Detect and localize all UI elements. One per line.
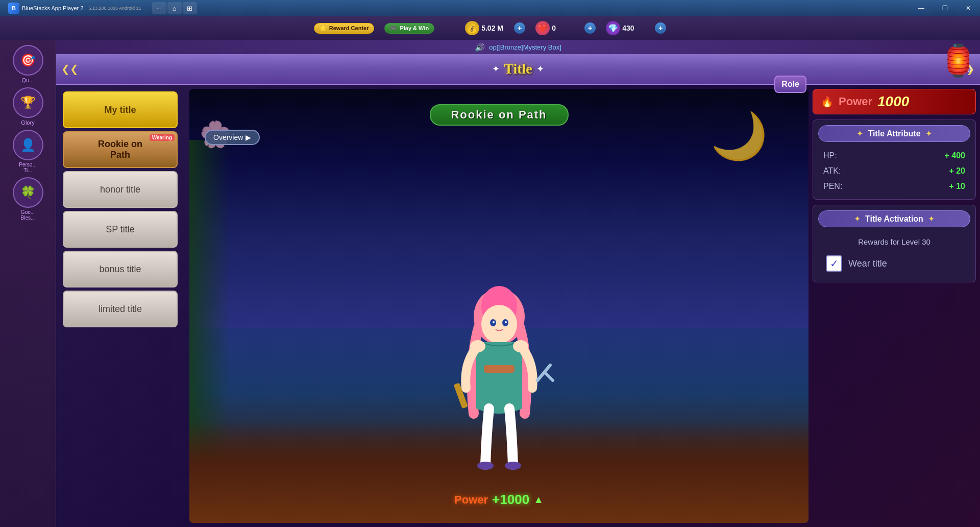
power-label: Power [454,493,488,507]
preview-background: 🌙 🌸 Rookie on Path Overview ▶ [189,89,808,523]
right-panel: 🔥 Power 1000 ✦ Title Attribute ✦ HP: + 4… [813,89,976,523]
activation-star-left: ✦ [854,214,861,223]
star-left-icon: ✦ [492,63,500,75]
page-title: Title [504,61,532,77]
wear-title-checkbox[interactable]: ✓ [826,255,842,272]
star-right-icon: ✦ [536,63,544,75]
hp-row: HP: + 400 [818,148,970,163]
nav-back[interactable]: ← [152,2,166,14]
list-item-rookie[interactable]: Wearing Rookie onPath [63,131,178,168]
music-icon: 🔊 [475,42,485,52]
list-item-honor[interactable]: honor title [63,171,178,208]
sidebar-item-blessings[interactable]: 🍀 Goo...Bles... [8,177,48,221]
svg-point-5 [493,321,495,323]
gold-amount: 5.02 M [481,24,512,32]
list-item-bonus[interactable]: bonus title [63,251,178,288]
fire-icon: 🔥 [821,95,834,108]
left-sidebar: 🎯 Qu... 🏆 Glory 👤 Perso...Ti... 🍀 Goo...… [0,40,56,527]
character-title-overlay: Rookie on Path [429,104,568,126]
nav-home[interactable]: ⌂ [167,2,182,14]
music-bar: 🔊 op[[Bronze]Mystery Box] [56,40,980,54]
character-icon: 🎯 [13,45,43,76]
blessings-icon: 🍀 [13,177,43,208]
currency-heart-group: ❤️ 0 + [535,21,596,35]
overview-arrow-icon: ▶ [246,133,251,141]
list-item-sp[interactable]: SP title [63,211,178,248]
moon-decoration: 🌙 [710,109,768,163]
svg-rect-7 [484,365,514,373]
persona-icon: 👤 [13,130,43,160]
svg-point-6 [505,321,507,323]
app-logo: B BlueStacks App Player 2 5.13.200.1026 … [4,3,145,14]
sidebar-item-character[interactable]: 🎯 Qu... [8,45,48,83]
list-item-my-title[interactable]: My title [63,91,178,128]
lantern-decoration: 🏮 [939,42,977,79]
svg-point-12 [505,462,521,470]
pen-row: PEN: + 10 [818,179,970,194]
gem-amount: 430 [622,24,653,32]
pen-value: + 10 [949,182,965,191]
gem-icon: 💎 [606,21,620,35]
attr-star-left: ✦ [856,129,863,138]
minimize-button[interactable]: — [910,0,933,16]
sidebar-item-glory[interactable]: 🏆 Glory [8,87,48,126]
atk-label: ATK: [823,166,841,176]
gem-plus-button[interactable]: + [655,22,666,34]
currency-gold-group: 💰 5.02 M + [465,21,525,35]
reward-center-button[interactable]: ⭐ Reward Center [314,23,375,34]
sidebar-label-persona: Perso...Ti... [19,162,36,173]
title-header: ❮❮ ✦ Title ✦ ❯❯ ⚙ [56,54,980,85]
restore-button[interactable]: ❐ [933,0,957,16]
main-content: My title Wearing Rookie onPath honor tit… [56,85,980,527]
wearing-badge: Wearing [150,134,175,141]
overview-button[interactable]: Overview ▶ [205,130,260,145]
rewards-text: Rewards for Level 30 [818,233,970,250]
play-win-button[interactable]: 🎮 Play & Win [384,23,434,34]
hp-label: HP: [823,151,837,160]
svg-point-2 [481,305,517,344]
wear-title-label: Wear title [848,258,887,269]
arrow-left[interactable]: ❮❮ [61,63,79,75]
rookie-label: Rookie onPath [98,139,142,160]
role-button[interactable]: Role [774,76,806,93]
attr-header-text: Title Attribute [868,129,920,138]
title-panel: 🔊 op[[Bronze]Mystery Box] ❮❮ ✦ Title ✦ ❯… [56,40,980,527]
glory-icon: 🏆 [13,87,43,118]
power-arrow-icon: ▲ [533,494,544,506]
wear-title-row: ✓ Wear title [818,250,970,277]
play-icon: 🎮 [390,25,397,32]
title-bar: B BlueStacks App Player 2 5.13.200.1026 … [0,0,980,16]
close-button[interactable]: ✕ [957,0,980,16]
character-figure [438,286,560,472]
left-arrows: ❮❮ [61,63,79,75]
power-header-value: 1000 [877,93,909,110]
sidebar-label-glory: Glory [21,119,34,126]
character-preview: 🌙 🌸 Rookie on Path Overview ▶ [189,89,808,523]
reward-center-label: Reward Center [329,25,369,31]
power-boost-value: +1000 [492,492,529,508]
play-win-label: Play & Win [400,25,429,31]
nav-buttons: ← ⌂ ⊞ [150,2,200,14]
power-header-label: Power [839,95,872,108]
overview-label: Overview [213,133,243,141]
title-activation-section: ✦ Title Activation ✦ Rewards for Level 3… [813,205,976,282]
atk-value: + 20 [949,166,965,176]
title-activation-header: ✦ Title Activation ✦ [818,210,970,227]
sidebar-label-character: Qu... [22,77,34,83]
my-title-label: My title [104,105,136,115]
nav-window[interactable]: ⊞ [183,2,197,14]
heart-amount: 0 [552,24,582,32]
heart-icon: ❤️ [535,21,550,35]
sidebar-item-persona[interactable]: 👤 Perso...Ti... [8,130,48,173]
list-item-limited[interactable]: limited title [63,291,178,327]
music-text: op[[Bronze]Mystery Box] [489,43,561,51]
role-label: Role [781,80,799,88]
game-area: 🎯 Qu... 🏆 Glory 👤 Perso...Ti... 🍀 Goo...… [0,40,980,527]
gold-plus-button[interactable]: + [514,22,525,34]
app-title: BlueStacks App Player 2 [22,5,83,11]
checkmark-icon: ✓ [830,257,839,270]
title-attribute-section: ✦ Title Attribute ✦ HP: + 400 ATK: + 20 … [813,119,976,200]
heart-plus-button[interactable]: + [584,22,596,34]
svg-point-11 [477,462,494,470]
top-nav: ⭐ Reward Center 🎮 Play & Win 💰 5.02 M + … [0,16,980,40]
